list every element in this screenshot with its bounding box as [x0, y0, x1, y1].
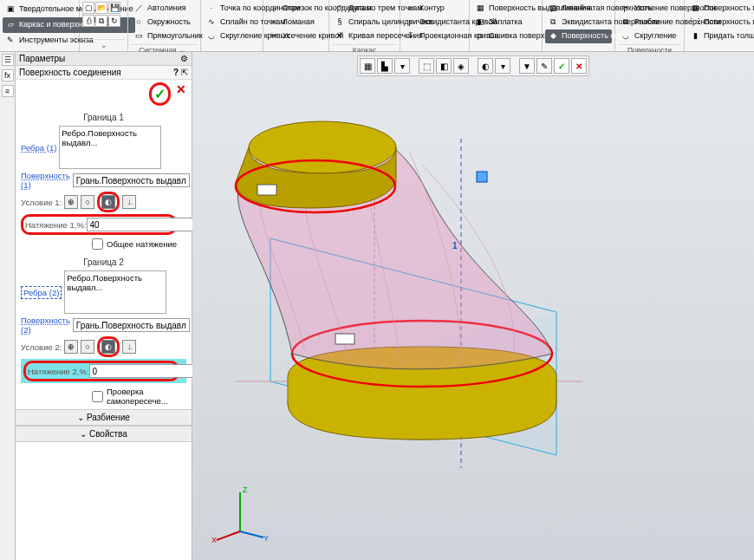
cond1-label: Условие 1:: [21, 198, 62, 207]
svg-rect-10: [335, 334, 354, 344]
trim-surface-button[interactable]: ✂Усечение поверхности: [618, 2, 681, 16]
edges1-list[interactable]: Ребро.Поверхность выдавл...: [59, 126, 161, 169]
section-split[interactable]: Разбиение: [16, 409, 192, 426]
ruled-icon: ▥: [547, 3, 559, 15]
tree-tab-icon[interactable]: ☰: [2, 54, 14, 66]
thicken-icon: ▮: [689, 30, 701, 42]
cond1-opt2[interactable]: ○: [81, 195, 94, 209]
open-icon[interactable]: 📂: [95, 2, 107, 14]
point-net-button[interactable]: ⋮⋮Поверхность по сети точек: [687, 16, 751, 29]
extrude-surface-button[interactable]: ▦Поверхность выдавливания: [472, 2, 539, 16]
axis-y-label: Y: [263, 534, 269, 543]
tension1-input[interactable]: [87, 218, 204, 231]
surface2-link[interactable]: Поверхность (2): [21, 316, 70, 335]
helix-icon: §: [334, 16, 346, 29]
round-icon: ◡: [620, 30, 632, 42]
cond1-opt1[interactable]: ⊕: [64, 195, 78, 209]
point-button[interactable]: ·Точка по координатам: [204, 2, 260, 16]
fillet-icon: ◡: [205, 30, 218, 42]
patch-button[interactable]: ◧Заплатка: [472, 16, 539, 29]
viewport[interactable]: ▦ ▙ ▾ ⬚ ◧ ◈ ◐ ▾ ▼ ✎ ✓ ✕: [192, 52, 754, 560]
axis-z-label: Z: [243, 485, 248, 494]
trim-icon: ✂: [268, 30, 280, 42]
cancel-button[interactable]: ✕: [176, 82, 186, 106]
surface1-link[interactable]: Поверхность (1): [21, 171, 70, 190]
copy-icon[interactable]: ⧉: [95, 15, 107, 27]
thicken-button[interactable]: ▮Придать толщину: [687, 29, 751, 43]
boundary2-title: Граница 2: [21, 255, 186, 269]
group-label: ⌄: [82, 39, 125, 49]
round-button[interactable]: ◡Скругление: [618, 29, 681, 43]
polyline-button[interactable]: ⩙Ломаная: [266, 16, 326, 29]
tension2-input[interactable]: [89, 364, 206, 378]
surface2-field[interactable]: [73, 318, 190, 332]
pin-icon[interactable]: ⇱: [181, 68, 188, 77]
layers-tab-icon[interactable]: ≡: [2, 85, 14, 97]
edges2-list[interactable]: Ребро.Поверхность выдавл...: [64, 270, 166, 314]
edges1-link[interactable]: Ребра (1): [21, 143, 56, 153]
cond2-opt2[interactable]: ○: [81, 340, 94, 354]
axis-triad: Z X Y: [210, 484, 270, 544]
cond2-label: Условие 2:: [21, 342, 62, 352]
spline-button[interactable]: ∿Сплайн по точкам: [204, 16, 260, 29]
curve-net-button[interactable]: ▦Поверхность по сети кривых: [687, 2, 751, 16]
fillet-curve-button[interactable]: ◡Скругление кривых: [204, 29, 260, 43]
intersect-button[interactable]: ✕Кривая пересечения: [332, 29, 397, 43]
arc-button[interactable]: ◠Дуга по трем точкам: [332, 2, 397, 16]
confirm-button[interactable]: ✓: [154, 86, 166, 102]
selfcheck-checkbox[interactable]: [92, 391, 103, 402]
contour-icon: ▱: [405, 3, 417, 15]
ruled-button[interactable]: ▥Линейчатая поверхность: [545, 2, 612, 16]
common-tension-label: Общее натяжение: [107, 239, 177, 249]
panel-title: Параметры: [19, 54, 65, 63]
print-icon[interactable]: ⎙: [82, 15, 94, 27]
ribbon: ▣Твердотельное моделирование ▱Каркас и п…: [0, 0, 754, 52]
fx-tab-icon[interactable]: fx: [2, 69, 14, 81]
offset-surface-button[interactable]: ⧉Эквидистанта поверхности: [545, 16, 612, 29]
save-icon[interactable]: 💾: [108, 2, 120, 14]
intersect-icon: ✕: [334, 30, 346, 42]
cond2-opt4[interactable]: ⟂: [122, 340, 136, 354]
help-icon[interactable]: ?: [173, 68, 179, 77]
stitch-button[interactable]: ⧈Сшивка поверхностей: [472, 29, 539, 43]
section-props[interactable]: Свойства: [16, 426, 192, 442]
surface1-field[interactable]: [73, 173, 190, 187]
panel-gear-icon[interactable]: ⚙: [180, 54, 188, 63]
edges2-link[interactable]: Ребра (2): [21, 286, 62, 299]
common-tension-checkbox[interactable]: [92, 238, 103, 250]
left-rail: ☰ fx ≡: [0, 52, 16, 560]
autoline-button[interactable]: ／Автолиния: [131, 2, 198, 16]
annotation-1: 1: [452, 241, 458, 251]
new-icon[interactable]: ▢: [82, 2, 94, 14]
project-icon: ↧: [405, 30, 417, 42]
stitch-icon: ⧈: [474, 30, 486, 42]
parameters-panel: Параметры ⚙ Поверхность соединения ? ⇱ ✓…: [16, 52, 192, 560]
cond2-opt3[interactable]: ◐: [101, 340, 115, 354]
cube-icon: ▣: [4, 3, 16, 16]
svg-rect-11: [477, 172, 487, 182]
trim-button[interactable]: ✂Усечение кривой: [266, 29, 326, 43]
line-icon: ／: [133, 3, 145, 15]
segment-button[interactable]: ⟋Отрезок по координатам: [266, 2, 326, 16]
tension1-label: Натяжение 1,%:: [25, 220, 87, 230]
project-button[interactable]: ↧Проекционная кривая: [403, 29, 466, 43]
blend-surface-button[interactable]: ◆Поверхность соединения: [545, 29, 612, 43]
circle-button[interactable]: ○Окружность: [131, 16, 198, 29]
offset-surf-icon: ⧉: [547, 16, 559, 29]
cond1-opt4[interactable]: ⟂: [122, 195, 136, 209]
operation-name: Поверхность соединения: [19, 68, 121, 77]
trim-surf-icon: ✂: [620, 3, 632, 15]
equidistant-button[interactable]: ≈Эквидистанта кривой: [403, 16, 466, 29]
tools-icon: ✎: [4, 35, 16, 47]
cond2-opt1[interactable]: ⊕: [64, 340, 78, 354]
split-surface-button[interactable]: ⧉Разбиение поверхности: [618, 16, 681, 29]
model-scene: [192, 52, 754, 560]
helix-button[interactable]: §Спираль цилиндрическ: [332, 16, 397, 29]
rect-button[interactable]: ▭Прямоугольник: [131, 29, 198, 43]
surface-icon: ▱: [4, 19, 16, 31]
axis-x-label: X: [211, 536, 217, 544]
contour-button[interactable]: ▱Контур: [403, 2, 466, 16]
refresh-icon[interactable]: ↻: [108, 15, 120, 27]
segment-icon: ⟋: [268, 3, 280, 15]
cond1-opt3[interactable]: ◐: [101, 195, 115, 209]
